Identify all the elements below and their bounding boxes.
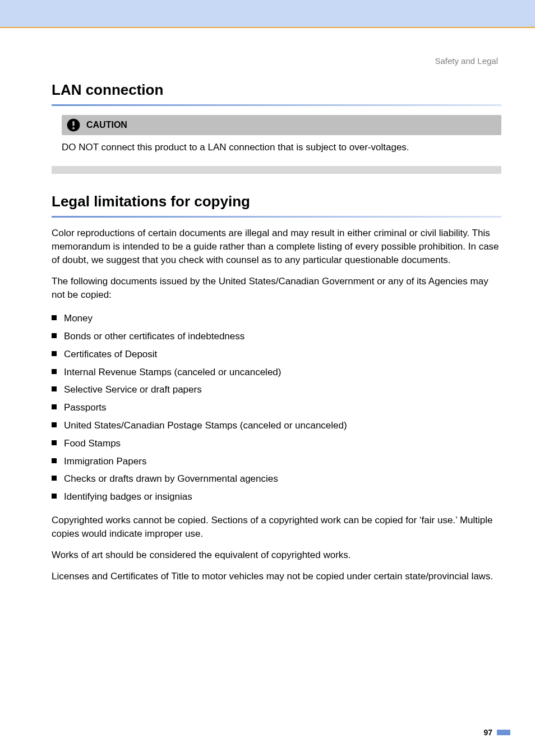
- caution-label: CAUTION: [86, 120, 127, 130]
- lan-heading: LAN connection: [52, 81, 501, 99]
- list-item: Selective Service or draft papers: [52, 381, 501, 399]
- svg-point-2: [72, 127, 75, 130]
- legal-para3: Copyrighted works cannot be copied. Sect…: [52, 514, 501, 541]
- heading-rule: [52, 216, 501, 218]
- list-item: Internal Revenue Stamps (canceled or unc…: [52, 363, 501, 381]
- list-item: Certificates of Deposit: [52, 345, 501, 363]
- list-item: United States/Canadian Postage Stamps (c…: [52, 417, 501, 435]
- page-number: 97: [483, 728, 510, 737]
- legal-heading: Legal limitations for copying: [52, 193, 501, 210]
- caution-text: DO NOT connect this product to a LAN con…: [62, 141, 501, 155]
- list-item: Identifying badges or insignias: [52, 488, 501, 506]
- section-lan: LAN connection CAUTION DO NOT connect th…: [52, 81, 501, 174]
- heading-rule: [52, 104, 501, 106]
- legal-para4: Works of art should be considered the eq…: [52, 548, 501, 562]
- legal-para2: The following documents issued by the Un…: [52, 275, 501, 302]
- list-item: Bonds or other certificates of indebtedn…: [52, 328, 501, 345]
- list-item: Checks or drafts drawn by Governmental a…: [52, 470, 501, 488]
- list-item: Immigration Papers: [52, 453, 501, 471]
- legal-intro: Color reproductions of certain documents…: [52, 227, 501, 267]
- page-number-accent: [497, 730, 510, 735]
- caution-icon: [66, 118, 81, 132]
- caution-end-bar: [52, 166, 501, 174]
- top-banner: [0, 0, 535, 27]
- section-legal: Legal limitations for copying Color repr…: [52, 193, 501, 584]
- list-item: Passports: [52, 399, 501, 417]
- svg-rect-1: [72, 121, 74, 126]
- legal-list: Money Bonds or other certificates of ind…: [52, 310, 501, 506]
- caution-bar: CAUTION: [62, 115, 501, 135]
- list-item: Food Stamps: [52, 435, 501, 453]
- page-number-value: 97: [483, 728, 492, 737]
- list-item: Money: [52, 310, 501, 328]
- legal-para5: Licenses and Certificates of Title to mo…: [52, 570, 501, 583]
- breadcrumb: Safety and Legal: [52, 56, 498, 66]
